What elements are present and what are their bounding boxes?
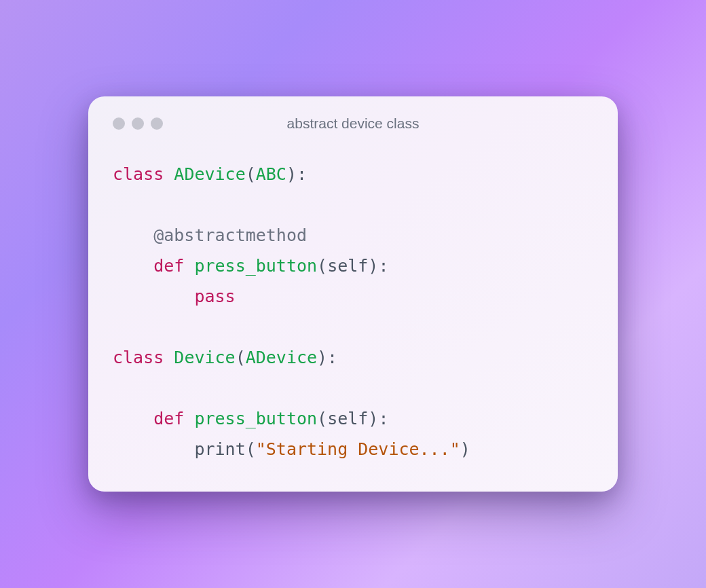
paren: (: [236, 348, 246, 367]
indent: [113, 225, 153, 245]
maximize-dot-icon[interactable]: [151, 117, 163, 130]
paren: ):: [368, 409, 388, 428]
keyword-class: class: [113, 164, 164, 184]
close-dot-icon[interactable]: [113, 117, 125, 130]
paren: (: [246, 439, 256, 459]
param-self: self: [327, 256, 368, 276]
minimize-dot-icon[interactable]: [132, 117, 144, 130]
decorator: @abstractmethod: [153, 225, 307, 245]
function-name: press_button: [194, 409, 317, 428]
titlebar: abstract device class: [113, 115, 593, 132]
paren: (: [246, 164, 256, 184]
class-name: ADevice: [174, 164, 245, 184]
keyword-class: class: [113, 348, 164, 367]
function-name: press_button: [194, 256, 317, 276]
indent: [113, 409, 153, 428]
window-controls: [113, 117, 163, 130]
indent: [113, 287, 194, 306]
class-name: Device: [174, 348, 235, 367]
paren: ):: [317, 348, 337, 367]
call-print: print: [194, 439, 245, 459]
window-title: abstract device class: [163, 115, 543, 132]
code-window: abstract device class class ADevice(ABC)…: [88, 96, 618, 492]
string-literal: "Starting Device...": [256, 439, 460, 459]
indent: [113, 439, 194, 459]
base-class: ADevice: [246, 348, 317, 367]
keyword-def: def: [153, 256, 184, 276]
indent: [113, 256, 153, 276]
paren: ): [460, 439, 470, 459]
paren: (: [317, 409, 327, 428]
param-self: self: [327, 409, 368, 428]
keyword-pass: pass: [194, 287, 235, 306]
keyword-def: def: [153, 409, 184, 428]
paren: ):: [368, 256, 388, 276]
paren: (: [317, 256, 327, 276]
base-class: ABC: [256, 164, 286, 184]
paren: ):: [286, 164, 307, 184]
code-block: class ADevice(ABC): @abstractmethod def …: [113, 159, 593, 464]
